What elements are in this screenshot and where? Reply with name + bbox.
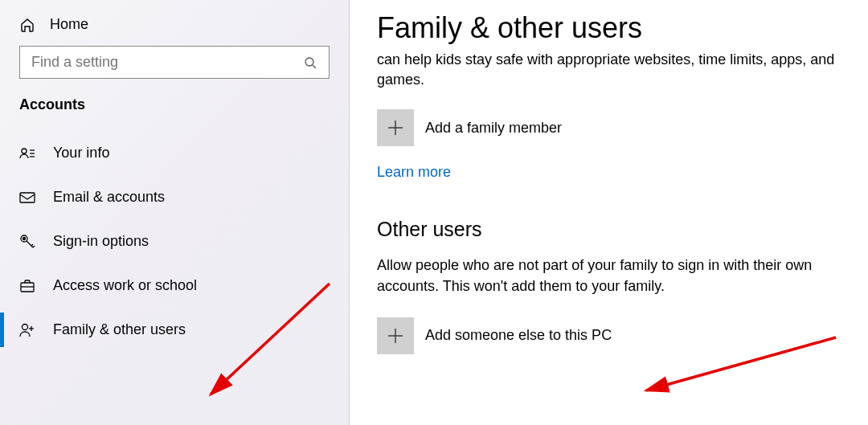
plus-icon [377, 317, 414, 354]
other-users-description: Allow people who are not part of your fa… [377, 255, 844, 296]
section-header: Accounts [0, 93, 349, 131]
contact-card-icon [19, 145, 35, 161]
add-other-user-button[interactable]: Add someone else to this PC [377, 317, 844, 354]
home-label: Home [50, 16, 88, 33]
sidebar-item-label: Sign-in options [53, 233, 149, 250]
svg-rect-6 [20, 193, 35, 202]
sidebar-item-label: Family & other users [53, 321, 186, 338]
home-button[interactable]: Home [0, 10, 349, 46]
sidebar-item-your-info[interactable]: Your info [0, 131, 349, 175]
family-description: can help kids stay safe with appropriate… [377, 50, 844, 90]
add-family-member-button[interactable]: Add a family member [377, 109, 844, 146]
sidebar-item-sign-in-options[interactable]: Sign-in options [0, 219, 349, 264]
briefcase-icon [19, 278, 35, 294]
search-wrap [19, 46, 330, 79]
sidebar: Home Accounts Your info [0, 0, 350, 425]
sidebar-item-email-accounts[interactable]: Email & accounts [0, 175, 349, 219]
key-icon [19, 234, 35, 250]
page-title: Family & other users [377, 11, 844, 45]
svg-point-2 [22, 149, 27, 153]
sidebar-item-label: Access work or school [53, 277, 197, 294]
people-add-icon [19, 322, 35, 338]
learn-more-link[interactable]: Learn more [377, 164, 451, 181]
mail-icon [19, 190, 35, 206]
add-family-label: Add a family member [425, 120, 562, 137]
home-icon [19, 17, 35, 33]
search-input[interactable] [19, 46, 330, 79]
sidebar-item-work-school[interactable]: Access work or school [0, 264, 349, 308]
sidebar-item-label: Your info [53, 145, 109, 161]
add-other-label: Add someone else to this PC [425, 327, 612, 344]
sidebar-item-family-other-users[interactable]: Family & other users [0, 308, 349, 352]
other-users-heading: Other users [377, 218, 844, 241]
main-content: Family & other users can help kids stay … [350, 0, 868, 425]
sidebar-item-label: Email & accounts [53, 189, 165, 206]
svg-point-11 [23, 324, 28, 329]
svg-point-8 [23, 237, 26, 239]
plus-icon [377, 109, 414, 146]
